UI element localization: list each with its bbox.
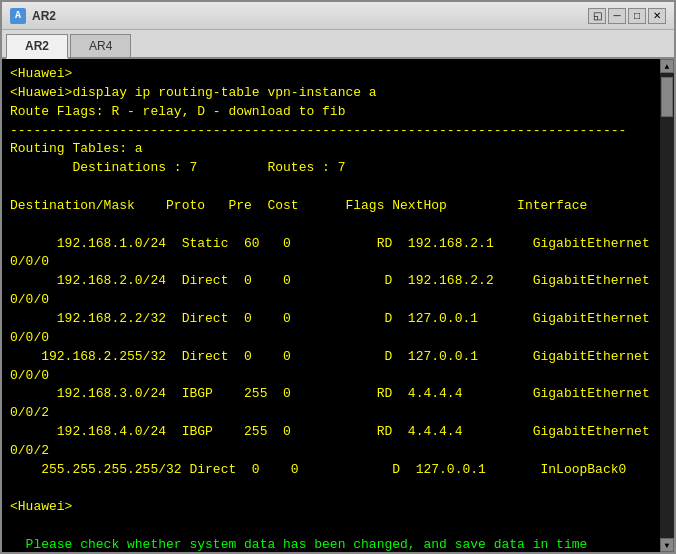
scrollbar-track[interactable] xyxy=(660,73,674,538)
scrollbar[interactable]: ▲ ▼ xyxy=(660,59,674,552)
close-button[interactable]: ✕ xyxy=(648,8,666,24)
main-window: A AR2 ◱ ─ □ ✕ AR2 AR4 <Huawei> <Huawei>d… xyxy=(0,0,676,554)
tab-ar4[interactable]: AR4 xyxy=(70,34,131,57)
maximize-button[interactable]: □ xyxy=(628,8,646,24)
scrollbar-down-button[interactable]: ▼ xyxy=(660,538,674,552)
restore-button[interactable]: ◱ xyxy=(588,8,606,24)
scrollbar-up-button[interactable]: ▲ xyxy=(660,59,674,73)
terminal-info-lines: Please check whether system data has bee… xyxy=(10,537,587,552)
window-controls: ◱ ─ □ ✕ xyxy=(588,8,666,24)
title-bar-left: A AR2 xyxy=(10,8,56,24)
terminal-container: <Huawei> <Huawei>display ip routing-tabl… xyxy=(2,59,674,552)
tab-bar: AR2 AR4 xyxy=(2,30,674,59)
window-title: AR2 xyxy=(32,9,56,23)
scrollbar-thumb[interactable] xyxy=(661,77,673,117)
terminal-line-0: <Huawei> <Huawei>display ip routing-tabl… xyxy=(10,66,650,514)
title-bar: A AR2 ◱ ─ □ ✕ xyxy=(2,2,674,30)
minimize-button[interactable]: ─ xyxy=(608,8,626,24)
tab-ar2[interactable]: AR2 xyxy=(6,34,68,59)
app-icon: A xyxy=(10,8,26,24)
terminal-content[interactable]: <Huawei> <Huawei>display ip routing-tabl… xyxy=(2,59,660,552)
